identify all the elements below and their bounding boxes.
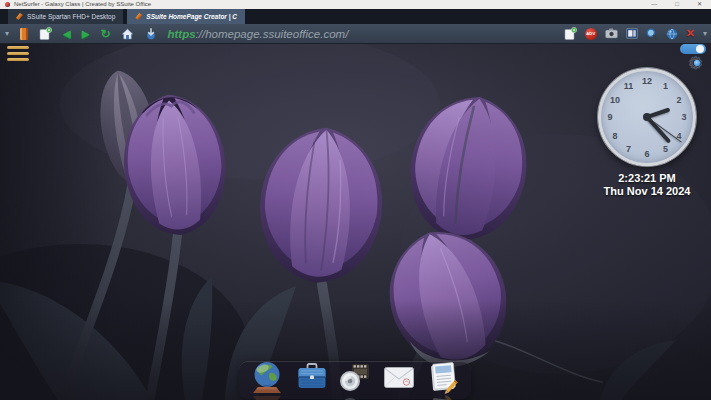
- back-icon[interactable]: ◀: [63, 29, 71, 39]
- url-text: ://homepage.ssuiteoffice.com/: [196, 28, 349, 40]
- clock-numeral: 8: [612, 131, 617, 141]
- refresh-icon[interactable]: ↻: [100, 28, 110, 40]
- address-bar[interactable]: https://homepage.ssuiteoffice.com/: [167, 28, 348, 40]
- ssuite-logo-icon: [135, 13, 142, 20]
- new-tab-icon[interactable]: [564, 27, 577, 40]
- dock-icon-reflection: [380, 393, 418, 400]
- minimize-icon[interactable]: —: [651, 0, 657, 9]
- dock-icon-reflection: [336, 393, 374, 400]
- forward-icon[interactable]: ▶: [82, 29, 90, 39]
- dock-icon-reflection: [424, 393, 462, 400]
- ad-blocker-icon[interactable]: ADV: [585, 28, 597, 40]
- clock-numeral: 5: [663, 144, 668, 154]
- options-caret-icon[interactable]: ▾: [703, 30, 707, 38]
- menu-icon[interactable]: [7, 46, 29, 64]
- dock-briefcase-icon[interactable]: [293, 358, 331, 396]
- ssuite-logo-icon: [16, 13, 23, 20]
- clock-numeral: 12: [642, 76, 652, 86]
- home-icon[interactable]: [121, 28, 134, 40]
- toggle-knob: [696, 45, 704, 53]
- dock-mail-icon[interactable]: [380, 358, 418, 396]
- dock-web-browser-icon[interactable]: [248, 358, 286, 396]
- search-icon[interactable]: [646, 28, 658, 40]
- dock-icon-reflection: [248, 393, 286, 400]
- date-label: Thu Nov 14 2024: [587, 185, 707, 197]
- clock-pivot: [643, 113, 651, 121]
- tab-label: SSuite Spartan FHD+ Desktop: [27, 13, 115, 20]
- close-session-icon[interactable]: ✕: [686, 28, 695, 39]
- menu-caret-icon[interactable]: ▾: [5, 30, 9, 38]
- clock-numeral: 3: [681, 112, 686, 122]
- clock-numeral: 2: [676, 95, 681, 105]
- digital-time: 2:23:21 PM: [587, 172, 707, 184]
- clock-numeral: 1: [663, 81, 668, 91]
- clock-numeral: 6: [644, 149, 649, 159]
- homepage-desktop: ⚙ 12 1 2 3 4 5 6 7 8 9 10 11 2:23:21 PM …: [0, 44, 711, 400]
- web-globe-icon[interactable]: [666, 28, 678, 40]
- settings-gear-icon[interactable]: ⚙: [688, 55, 706, 73]
- close-icon[interactable]: ✕: [697, 0, 702, 9]
- dock-media-player-icon[interactable]: [336, 358, 374, 396]
- dock-notes-editor-icon[interactable]: [424, 358, 462, 396]
- clock-numeral: 10: [610, 95, 620, 105]
- browser-toolbar: ▾ ◀ ▶ ↻ https://homepage.ssuiteoffice.co…: [0, 24, 711, 44]
- tab-label: SSuite HomePage Creator | C: [146, 13, 237, 20]
- window-title: NetSurfer - Galaxy Class | Created by SS…: [14, 0, 151, 9]
- dock: [239, 361, 471, 399]
- gear-center-dot: [694, 60, 700, 66]
- new-page-icon[interactable]: [39, 27, 52, 40]
- url-scheme: https: [167, 28, 195, 40]
- tab-homepage-creator[interactable]: SSuite HomePage Creator | C: [127, 9, 245, 24]
- download-icon[interactable]: [145, 28, 157, 40]
- reading-panel-icon[interactable]: [626, 28, 638, 39]
- maximize-icon[interactable]: □: [675, 0, 679, 9]
- analog-clock: 12 1 2 3 4 5 6 7 8 9 10 11: [598, 68, 696, 166]
- title-bar: NetSurfer - Galaxy Class | Created by SS…: [0, 0, 711, 9]
- bookmarks-icon[interactable]: [20, 28, 28, 40]
- clock-numeral: 9: [607, 112, 612, 122]
- tab-spartan-desktop[interactable]: SSuite Spartan FHD+ Desktop: [8, 9, 123, 24]
- clock-numeral: 11: [624, 81, 634, 91]
- screenshot-camera-icon[interactable]: [605, 28, 618, 39]
- dock-icon-reflection: [293, 393, 331, 400]
- tab-bar: SSuite Spartan FHD+ Desktop SSuite HomeP…: [0, 9, 711, 24]
- netsurfer-window: NetSurfer - Galaxy Class | Created by SS…: [0, 0, 711, 400]
- app-icon: [5, 2, 10, 7]
- clock-numeral: 7: [626, 144, 631, 154]
